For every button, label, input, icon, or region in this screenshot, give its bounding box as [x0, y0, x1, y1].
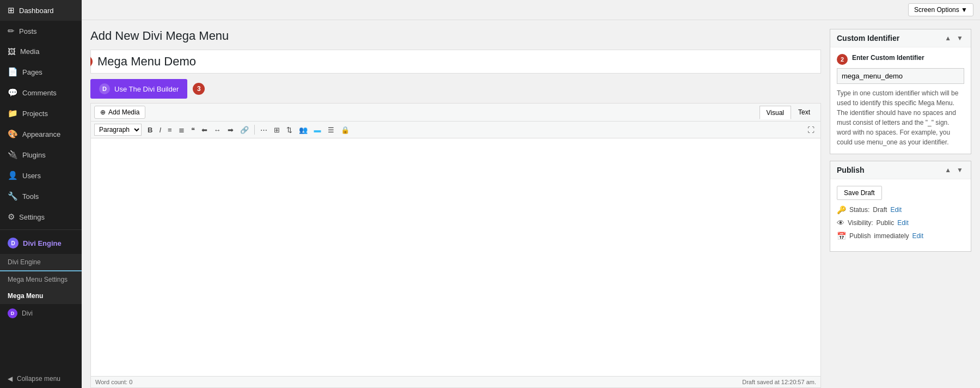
sidebar-item-label: Posts — [19, 27, 37, 35]
lock-button[interactable]: 🔒 — [338, 124, 352, 136]
sidebar-item-label: Users — [22, 172, 41, 180]
add-media-button[interactable]: ⊕ Add Media — [94, 106, 145, 119]
link-button[interactable]: 🔗 — [237, 124, 252, 136]
divi-btn-row: D Use The Divi Builder 3 — [90, 79, 821, 99]
draft-saved: Draft saved at 12:20:57 am. — [742, 379, 816, 385]
page-title: Add New Divi Mega Menu — [90, 29, 821, 43]
sidebar-item-comments[interactable]: 💬 Comments — [0, 82, 82, 103]
sidebar-sub-item-divi-engine[interactable]: Divi Engine — [0, 254, 82, 271]
add-media-icon: ⊕ — [100, 108, 106, 116]
editor-body[interactable] — [91, 138, 820, 376]
sub-item-label: Divi Engine — [8, 258, 41, 266]
status-edit-link[interactable]: Edit — [890, 206, 902, 214]
users-icon: 👤 — [8, 171, 18, 180]
sidebar-item-dashboard[interactable]: ⊞ Dashboard — [0, 0, 82, 21]
sidebar-item-users[interactable]: 👤 Users — [0, 165, 82, 186]
visibility-label: Visibility: — [848, 219, 873, 227]
tab-text[interactable]: Text — [791, 106, 817, 119]
move-button[interactable]: ⇅ — [284, 124, 295, 136]
list-icon-btn[interactable]: ☰ — [325, 124, 337, 136]
bold-button[interactable]: B — [145, 124, 155, 136]
align-left-button[interactable]: ⬅ — [199, 124, 210, 136]
more-button[interactable]: ⋯ — [258, 124, 270, 136]
editor-top-bar: ⊕ Add Media Visual Text — [91, 104, 820, 122]
divi-engine-label: Divi Engine — [23, 239, 62, 247]
italic-button[interactable]: I — [156, 124, 164, 136]
divi-icon: D — [8, 308, 17, 318]
projects-icon: 📁 — [8, 108, 18, 118]
tab-visual[interactable]: Visual — [759, 106, 791, 119]
content-area: Add New Divi Mega Menu 1 D Use The Divi … — [82, 20, 980, 388]
custom-identifier-arrows: ▲ ▼ — [944, 34, 964, 42]
strip-button[interactable]: ▬ — [311, 124, 324, 136]
sidebar-sub-item-mega-menu-settings[interactable]: Mega Menu Settings — [0, 271, 82, 288]
paragraph-select[interactable]: Paragraph — [94, 124, 142, 136]
table-button[interactable]: ⊞ — [271, 124, 283, 136]
screen-options-button[interactable]: Screen Options ▼ — [908, 3, 973, 16]
dashboard-icon: ⊞ — [8, 5, 15, 15]
collapse-up-button[interactable]: ▲ — [944, 34, 952, 42]
status-value: Draft — [873, 206, 887, 214]
media-icon: 🖼 — [8, 47, 16, 56]
publish-body: Save Draft 🔑 Status: Draft Edit 👁 Visibi… — [830, 179, 971, 251]
status-label: Status: — [849, 206, 869, 214]
publish-header: Publish ▲ ▼ — [830, 161, 971, 179]
topbar: Screen Options ▼ — [82, 0, 980, 20]
sidebar-item-plugins[interactable]: 🔌 Plugins — [0, 144, 82, 165]
align-center-button[interactable]: ↔ — [211, 124, 224, 136]
sidebar-item-projects[interactable]: 📁 Projects — [0, 103, 82, 124]
publish-time-row: 📅 Publish immediately Edit — [837, 232, 964, 240]
comments-icon: 💬 — [8, 88, 18, 98]
sidebar-item-divi[interactable]: D Divi — [0, 304, 82, 323]
sidebar-item-divi-engine-header[interactable]: D Divi Engine — [0, 232, 82, 254]
sidebar-item-settings[interactable]: ⚙ Settings — [0, 207, 82, 227]
publish-edit-link[interactable]: Edit — [912, 232, 923, 240]
divi-btn-icon: D — [99, 83, 110, 94]
sidebar-item-media[interactable]: 🖼 Media — [0, 41, 82, 62]
custom-identifier-body: 2 Enter Custom Identifier Type in one cu… — [830, 47, 971, 154]
collapse-menu-button[interactable]: ◀ Collapse menu — [0, 369, 82, 388]
blockquote-button[interactable]: ❝ — [188, 124, 198, 136]
step-badge-3: 3 — [193, 83, 205, 95]
unordered-list-button[interactable]: ≡ — [165, 124, 175, 136]
editor-footer: Word count: 0 Draft saved at 12:20:57 am… — [91, 376, 820, 387]
align-right-button[interactable]: ➡ — [225, 124, 236, 136]
editor-box: ⊕ Add Media Visual Text Paragraph B I ≡ — [90, 103, 821, 388]
custom-id-input[interactable] — [837, 68, 964, 84]
sidebar-item-tools[interactable]: 🔧 Tools — [0, 186, 82, 207]
sidebar-item-posts[interactable]: ✏ Posts — [0, 21, 82, 41]
sidebar-item-label: Tools — [22, 192, 39, 201]
post-title-input[interactable] — [90, 50, 821, 74]
custom-id-help-text: Type in one custom identifier which will… — [837, 88, 964, 147]
posts-icon: ✏ — [8, 26, 15, 36]
save-draft-button[interactable]: Save Draft — [837, 186, 882, 200]
sidebar-item-label: Settings — [19, 213, 45, 221]
toolbar-divider — [254, 125, 255, 135]
publish-collapse-down[interactable]: ▼ — [955, 166, 964, 174]
sidebar-item-appearance[interactable]: 🎨 Appearance — [0, 124, 82, 144]
publish-title: Publish — [837, 166, 865, 174]
sidebar-item-pages[interactable]: 📄 Pages — [0, 62, 82, 82]
divi-builder-button[interactable]: D Use The Divi Builder — [90, 79, 187, 99]
ordered-list-button[interactable]: ≣ — [176, 124, 187, 136]
custom-id-field-label: Enter Custom Identifier — [852, 54, 924, 62]
editor-toolbar: Paragraph B I ≡ ≣ ❝ ⬅ ↔ ➡ 🔗 ⋯ ⊞ ⇅ 👥 — [91, 122, 820, 138]
pages-icon: 📄 — [8, 67, 18, 77]
editor-panel: Add New Divi Mega Menu 1 D Use The Divi … — [90, 29, 821, 388]
visibility-edit-link[interactable]: Edit — [897, 219, 909, 227]
publish-time: immediately — [874, 232, 909, 240]
word-count: Word count: 0 — [95, 379, 132, 385]
collapse-down-button[interactable]: ▼ — [955, 34, 964, 42]
publish-collapse-up[interactable]: ▲ — [944, 166, 952, 174]
sub-item-label: Mega Menu — [8, 292, 43, 300]
main-area: Screen Options ▼ Add New Divi Mega Menu … — [82, 0, 980, 388]
sidebar-sub-item-mega-menu[interactable]: Mega Menu — [0, 288, 82, 304]
people-icon-btn[interactable]: 👥 — [296, 124, 310, 136]
tools-icon: 🔧 — [8, 191, 18, 201]
fullscreen-button[interactable]: ⛶ — [805, 124, 817, 136]
collapse-arrow-icon: ◀ — [8, 375, 13, 383]
visual-text-tabs: Visual Text — [759, 106, 817, 119]
divi-engine-logo: D — [8, 238, 19, 248]
custom-identifier-header: Custom Identifier ▲ ▼ — [830, 29, 971, 47]
visibility-value: Public — [876, 219, 894, 227]
